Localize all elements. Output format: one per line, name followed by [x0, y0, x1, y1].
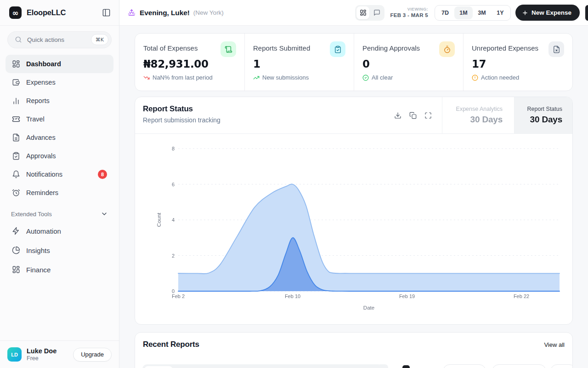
plus-icon: [522, 10, 528, 16]
svg-text:Feb 10: Feb 10: [285, 293, 300, 299]
stat-title: Pending Approvals: [362, 41, 420, 52]
range-3m-button[interactable]: 3M: [473, 6, 491, 19]
chevron-down-icon: [101, 210, 108, 218]
range-1y-button[interactable]: 1Y: [491, 6, 509, 19]
user-name: Luke Doe: [27, 347, 73, 355]
range-7d-button[interactable]: 7D: [436, 6, 454, 19]
chart-title: Report Status: [143, 104, 220, 114]
sidebar-item-label: Insights: [26, 247, 107, 254]
stat-value: 17: [472, 58, 564, 70]
copy-icon: [409, 112, 417, 119]
filter-icon-button[interactable]: [377, 364, 388, 368]
stat-value: ₦82,931.00: [143, 58, 236, 70]
download-icon: [394, 112, 401, 119]
scroll-icon: [220, 41, 236, 57]
clipped-edge-button[interactable]: [585, 5, 588, 21]
chart-tab-label: Report Status: [527, 106, 562, 112]
sidebar-item-approvals[interactable]: Approvals: [6, 147, 113, 165]
svg-text:4: 4: [172, 217, 175, 223]
sidebar-item-automation[interactable]: Automation: [6, 221, 113, 241]
sidebar-item-reminders[interactable]: Reminders: [6, 184, 113, 202]
viewing-range: VIEWING: FEB 3 - MAR 5: [390, 7, 428, 19]
bell-icon: [12, 170, 20, 178]
greeting-location: (New York): [193, 9, 224, 16]
message-bubble-icon: [373, 9, 380, 16]
stats-row: Total of Expenses ₦82,931.00 NaN% from l…: [135, 33, 573, 91]
sidebar-item-finance[interactable]: Finance: [6, 260, 113, 279]
extended-tools-section-toggle[interactable]: Extended Tools: [11, 210, 108, 218]
file-x-icon: [548, 41, 564, 57]
active-filter-tab[interactable]: [144, 366, 173, 368]
sidebar-user-footer: LD Luke Doe Free Upgrade: [0, 340, 119, 368]
greeting-text: Evening, Luke!: [140, 9, 190, 17]
sidebar-item-reports[interactable]: Reports: [6, 92, 113, 110]
sidebar-item-label: Notifications: [26, 171, 92, 178]
viewing-dates: FEB 3 - MAR 5: [390, 12, 428, 18]
pie-chart-icon: [12, 246, 20, 254]
fullscreen-chart-button[interactable]: [424, 112, 432, 119]
stat-unreported-expenses: Unreported Expenses 17 Action needed: [463, 34, 572, 91]
copy-chart-button[interactable]: [409, 112, 417, 119]
view-mode-switcher: [355, 5, 384, 21]
download-chart-button[interactable]: [394, 112, 401, 119]
recent-reports-title: Recent Reports: [143, 340, 199, 349]
filter-dropdown[interactable]: [443, 364, 486, 368]
keyboard-shortcut-badge: ⌘K: [91, 34, 108, 45]
dashboard-icon: [12, 60, 20, 68]
timer-icon: [439, 41, 455, 57]
filter-dropdown[interactable]: [550, 364, 573, 368]
sidebar-item-notifications[interactable]: Notifications 8: [6, 165, 113, 184]
view-all-link[interactable]: View all: [544, 341, 565, 348]
logo-row: ∞ EloopeLLC: [0, 0, 119, 26]
sidebar-item-label: Advances: [26, 134, 107, 141]
section-label: Extended Tools: [11, 211, 52, 218]
range-1m-button[interactable]: 1M: [454, 6, 473, 19]
extended-tools-list: Automation Insights Finance: [0, 219, 119, 279]
filter-dropdown[interactable]: [492, 364, 546, 368]
svg-text:Feb 19: Feb 19: [399, 293, 415, 299]
ticket-icon: [12, 115, 20, 123]
sort-icon-button[interactable]: [402, 365, 410, 368]
svg-text:Feb 22: Feb 22: [514, 293, 529, 299]
viewing-label: VIEWING:: [390, 7, 428, 12]
sunrise-icon: [128, 9, 136, 17]
sidebar-item-label: Expenses: [26, 79, 107, 86]
stat-value: 0: [362, 58, 455, 70]
tab-expense-analytics[interactable]: Expense Analytics 30 Days: [442, 97, 514, 133]
report-status-chart: 02468Feb 2Feb 10Feb 19Feb 22DateCount: [135, 134, 572, 324]
notifications-count-badge: 8: [98, 170, 107, 179]
report-filter-tabs[interactable]: [142, 364, 383, 368]
sidebar-item-expenses[interactable]: Expenses: [6, 73, 113, 92]
bar-chart-icon: [12, 97, 20, 105]
grid-view-button[interactable]: [356, 6, 369, 19]
stat-value: 1: [253, 58, 345, 70]
sidebar-item-label: Reports: [26, 97, 107, 104]
panel-left-icon: [102, 8, 111, 17]
new-expense-label: New Expense: [531, 9, 571, 16]
stat-total-expenses: Total of Expenses ₦82,931.00 NaN% from l…: [135, 34, 244, 91]
svg-text:2: 2: [172, 253, 175, 259]
upgrade-button[interactable]: Upgrade: [73, 348, 112, 362]
circle-check-icon: [362, 75, 369, 81]
chart-subtitle: Report submission tracking: [143, 116, 220, 124]
chart-tab-value: 30 Days: [470, 115, 503, 125]
sidebar: ∞ EloopeLLC ⌘K Dashboard Expenses Report…: [0, 0, 119, 368]
stat-delta-text: NaN% from last period: [153, 74, 213, 81]
sidebar-item-label: Reminders: [26, 189, 107, 196]
app-name: EloopeLLC: [27, 8, 102, 17]
svg-text:Feb 2: Feb 2: [172, 293, 185, 299]
sidebar-item-travel[interactable]: Travel: [6, 110, 113, 128]
sidebar-item-dashboard[interactable]: Dashboard: [6, 55, 113, 73]
main-content: Total of Expenses ₦82,931.00 NaN% from l…: [119, 26, 588, 368]
new-expense-button[interactable]: New Expense: [515, 5, 580, 21]
sidebar-item-label: Approvals: [26, 152, 107, 160]
sidebar-item-advances[interactable]: Advances: [6, 128, 113, 147]
comments-view-button[interactable]: [370, 6, 383, 19]
tab-report-status[interactable]: Report Status 30 Days: [514, 97, 572, 133]
sidebar-item-insights[interactable]: Insights: [6, 241, 113, 260]
alert-circle-icon: [472, 75, 478, 81]
sidebar-collapse-button[interactable]: [102, 8, 111, 17]
recent-reports-card: Recent Reports View all: [135, 332, 573, 368]
chart-tab-value: 30 Days: [530, 115, 562, 125]
user-plan: Free: [27, 355, 73, 362]
